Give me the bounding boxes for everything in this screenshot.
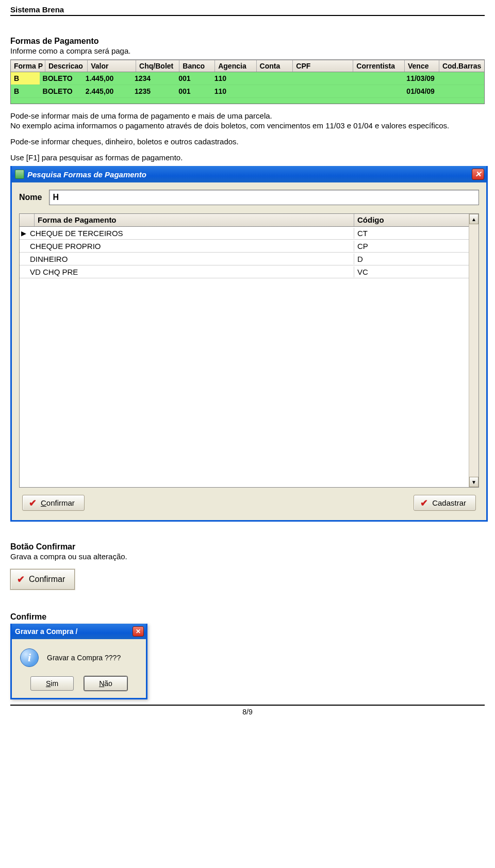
confirmar-label-u: C: [29, 575, 35, 583]
result-row[interactable]: DINHEIRO D: [20, 253, 469, 265]
cell-corr: [351, 90, 403, 92]
result-row[interactable]: CHEQUE PROPRIO CP: [20, 240, 469, 253]
sim-button[interactable]: Sim: [30, 676, 74, 691]
cell-forma-pagamento: CHEQUE PROPRIO: [28, 241, 354, 252]
dialog-message: Gravar a Compra ????: [47, 654, 121, 662]
col-descricao: Descricao: [45, 60, 88, 72]
cell-conta: [253, 90, 290, 92]
payment-row-empty[interactable]: [11, 98, 484, 104]
cell-codigo: D: [354, 254, 469, 264]
result-row[interactable]: ▶ CHEQUE DE TERCEIROS CT: [20, 227, 469, 240]
page-number: 8/9: [242, 708, 252, 716]
dialog-title: Gravar a Compra /: [15, 627, 77, 636]
nome-label: Nome: [19, 193, 42, 202]
sim-label: im: [51, 679, 58, 688]
col-conta: Conta: [257, 60, 293, 72]
cell-conta: [253, 77, 290, 79]
cell-corr: [351, 77, 403, 79]
col-cpf: CPF: [293, 60, 353, 72]
col-vence: Vence: [405, 60, 439, 72]
payment-table-header: Forma P Descricao Valor Chq/Bolet Banco …: [11, 60, 484, 72]
results-grid: Forma de Pagamento Código ▶ CHEQUE DE TE…: [19, 213, 479, 488]
nome-input[interactable]: [49, 190, 479, 205]
cell-agencia: 110: [211, 86, 253, 96]
window-icon: [15, 170, 24, 179]
cell-agencia: 110: [211, 73, 253, 84]
col-agencia: Agencia: [215, 60, 256, 72]
section-formas-subtitle: Informe como a compra será paga.: [10, 46, 485, 55]
nao-label-u: N: [99, 679, 104, 688]
explain-p1: Pode-se informar mais de uma forma de pa…: [10, 111, 485, 120]
page-footer: 8/9: [10, 705, 485, 716]
search-window: Pesquisa Formas de Pagamento ✕ Nome Form…: [10, 166, 488, 522]
cell-forma[interactable]: B: [11, 85, 40, 97]
cell-cpf: [290, 90, 351, 92]
payment-row[interactable]: B BOLETO 1.445,00 1234 001 110 11/03/09: [11, 72, 484, 85]
col-codbarras: Cod.Barras: [439, 60, 484, 72]
check-icon: ✔: [17, 576, 25, 583]
confirmar-button-standalone[interactable]: ✔ Confirmar: [10, 569, 75, 590]
cell-desc: BOLETO: [40, 73, 82, 84]
check-icon: ✔: [29, 499, 37, 507]
section-formas-title: Formas de Pagamento: [10, 37, 485, 46]
cell-codigo: VC: [354, 266, 469, 277]
search-titlebar[interactable]: Pesquisa Formas de Pagamento ✕: [12, 166, 486, 182]
results-header: Forma de Pagamento Código: [20, 214, 469, 227]
col-correntista: Correntista: [353, 60, 405, 72]
col-banco: Banco: [179, 60, 215, 72]
cell-codigo: CP: [354, 241, 469, 252]
cell-cod: [438, 77, 484, 79]
explain-p4: Use [F1] para pesquisar as formas de pag…: [10, 153, 485, 162]
payment-row[interactable]: B BOLETO 2.445,00 1235 001 110 01/04/09: [11, 85, 484, 98]
col-codigo: Código: [354, 214, 469, 226]
close-icon[interactable]: ✕: [472, 169, 484, 180]
confirmar-label-u: C: [41, 498, 46, 507]
dialog-titlebar[interactable]: Gravar a Compra / ✕: [12, 624, 146, 639]
explain-p3: Pode-se informar cheques, dinheiro, bole…: [10, 137, 485, 146]
col-forma-pagamento: Forma de Pagamento: [35, 214, 354, 226]
scrollbar[interactable]: ▲ ▼: [469, 214, 478, 487]
cadastrar-button[interactable]: ✔ Cadastrar: [414, 495, 476, 511]
cell-banco: 001: [175, 86, 211, 96]
col-forma: Forma P: [11, 60, 45, 72]
result-row[interactable]: VD CHQ PRE VC: [20, 265, 469, 278]
nao-label: ão: [104, 679, 112, 688]
scroll-down-icon[interactable]: ▼: [469, 477, 478, 487]
page-header: Sistema Brena: [10, 5, 485, 16]
col-chqbolet: Chq/Bolet: [136, 60, 179, 72]
cell-desc: BOLETO: [40, 86, 82, 96]
cell-valor: 1.445,00: [82, 73, 131, 84]
section-confirme-title: Confirme: [10, 612, 485, 622]
confirmar-label: onfirmar: [46, 498, 75, 507]
col-valor: Valor: [88, 60, 136, 72]
cell-chq: 1235: [131, 86, 175, 96]
nao-button[interactable]: Não: [84, 676, 127, 691]
confirmar-label: onfirmar: [35, 575, 65, 583]
cell-vence: 01/04/09: [403, 86, 438, 96]
cell-banco: 001: [175, 73, 211, 84]
cell-forma-pagamento: DINHEIRO: [28, 254, 354, 264]
section-botao-confirmar-title: Botão Confirmar: [10, 542, 485, 552]
cell-codigo: CT: [354, 228, 469, 239]
confirm-dialog: Gravar a Compra / ✕ i Gravar a Compra ??…: [10, 624, 147, 699]
cell-cpf: [290, 77, 351, 79]
cell-valor: 2.445,00: [82, 86, 131, 96]
cell-chq: 1234: [131, 73, 175, 84]
cell-forma[interactable]: B: [11, 72, 40, 85]
info-icon: i: [20, 648, 39, 667]
sim-label-u: S: [46, 679, 51, 688]
section-botao-confirmar-text: Grava a compra ou sua alteração.: [10, 552, 485, 561]
confirmar-button[interactable]: ✔ Confirmar: [22, 495, 85, 511]
cell-forma-pagamento: CHEQUE DE TERCEIROS: [28, 228, 354, 239]
scroll-up-icon[interactable]: ▲: [469, 214, 478, 224]
cadastrar-label: Cadastrar: [432, 498, 466, 507]
cell-vence: 11/03/09: [403, 73, 438, 84]
cell-cod: [438, 90, 484, 92]
cell-forma-pagamento: VD CHQ PRE: [28, 266, 354, 277]
check-icon: ✔: [420, 499, 428, 507]
search-title: Pesquisa Formas de Pagamento: [27, 170, 146, 179]
payment-table: Forma P Descricao Valor Chq/Bolet Banco …: [10, 59, 485, 104]
row-marker-icon: ▶: [20, 229, 28, 237]
explain-p2: No exemplo acima informamos o pagamento …: [10, 121, 485, 130]
close-icon[interactable]: ✕: [133, 626, 144, 637]
